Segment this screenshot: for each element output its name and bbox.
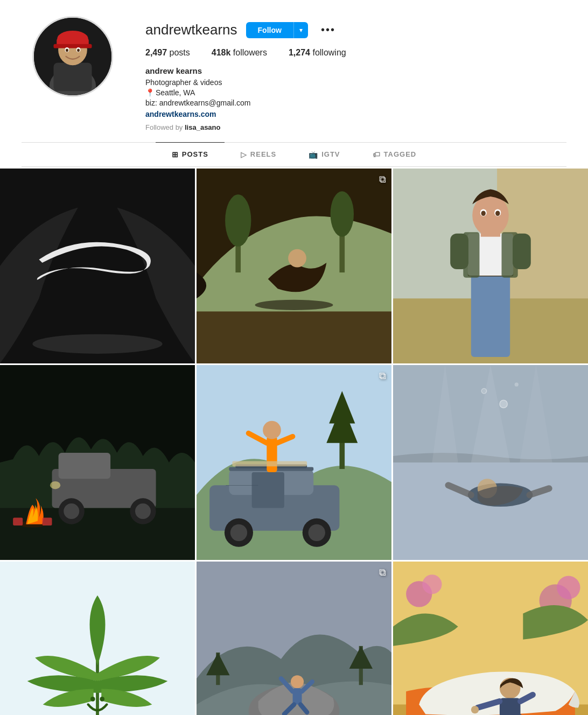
chevron-down-icon: ▾ <box>299 26 303 34</box>
grid-item-1[interactable]: ❤ 2.4k💬 18 <box>0 169 195 363</box>
following-count: 1,274 <box>289 48 310 57</box>
tab-igtv[interactable]: 📺 IGTV <box>292 142 356 166</box>
location-pin-icon: 📍 <box>145 88 155 97</box>
bio-website-link[interactable]: andrewtkearns.com <box>145 110 216 118</box>
followers-count: 418k <box>212 48 231 57</box>
posts-stat[interactable]: 2,497 posts <box>145 48 190 58</box>
posts-grid: ❤ 2.4k💬 18 ⧉ ❤ 5.1k💬 42 <box>0 167 588 715</box>
svg-rect-7 <box>53 44 92 48</box>
follow-dropdown-button[interactable]: ▾ <box>293 22 308 38</box>
follow-button[interactable]: Follow <box>246 22 293 38</box>
following-label: following <box>312 48 346 57</box>
followers-stat[interactable]: 418k followers <box>212 48 267 58</box>
followers-label: followers <box>233 48 267 57</box>
profile-top-row: andrewtkearns Follow ▾ ••• <box>145 22 566 38</box>
grid-item-4[interactable]: ❤ 3.8k💬 29 <box>0 365 195 560</box>
grid-item-5[interactable]: ⧉ ❤ 6.5k💬 55 <box>197 365 391 560</box>
svg-rect-2 <box>53 62 92 91</box>
igtv-tab-icon: 📺 <box>309 150 318 159</box>
svg-point-10 <box>66 48 68 52</box>
bio-location: 📍 Seattle, WA <box>145 88 566 97</box>
avatar-svg <box>34 16 111 95</box>
avatar-wrapper <box>32 16 113 97</box>
grid-item-2[interactable]: ⧉ ❤ 5.1k💬 42 <box>197 169 391 363</box>
profile-header: andrewtkearns Follow ▾ ••• 2,497 posts 4… <box>0 0 588 142</box>
reels-tab-icon: ▷ <box>241 150 247 159</box>
username: andrewtkearns <box>145 22 237 38</box>
grid-item-8[interactable]: ⧉ ❤ 7.3k💬 61 <box>197 562 391 715</box>
more-options-button[interactable]: ••• <box>317 22 340 38</box>
profile-info: andrewtkearns Follow ▾ ••• 2,497 posts 4… <box>145 16 566 131</box>
avatar <box>32 16 113 97</box>
posts-count: 2,497 <box>145 48 167 57</box>
reels-tab-label: REELS <box>250 150 276 158</box>
posts-tab-icon: ⊞ <box>172 150 179 159</box>
tagged-tab-icon: 🏷 <box>373 150 381 159</box>
profile-tabs: ⊞ POSTS ▷ REELS 📺 IGTV 🏷 TAGGED <box>22 143 566 167</box>
followed-by-label: Followed by <box>145 123 183 131</box>
followed-by: Followed by lisa_asano <box>145 123 566 131</box>
stats-row: 2,497 posts 418k followers 1,274 followi… <box>145 48 566 58</box>
tab-reels[interactable]: ▷ REELS <box>225 142 292 166</box>
posts-tab-label: POSTS <box>182 150 208 158</box>
grid-item-3[interactable]: ❤ 8.2k💬 67 <box>393 169 588 363</box>
bio-email: biz: andrewtkearns@gmail.com <box>145 97 566 109</box>
posts-label: posts <box>170 48 190 57</box>
grid-item-9[interactable]: ❤ 9.1k💬 74 <box>393 562 588 715</box>
bio-full-name: andrew kearns <box>145 66 566 75</box>
following-stat[interactable]: 1,274 following <box>289 48 346 58</box>
grid-item-6[interactable]: ❤ 4.2k💬 33 <box>393 365 588 560</box>
igtv-tab-label: IGTV <box>321 150 340 158</box>
follow-group: Follow ▾ <box>246 22 308 38</box>
bio-title: Photographer & videos <box>145 76 566 88</box>
tab-tagged[interactable]: 🏷 TAGGED <box>356 142 433 166</box>
location-text: Seattle, WA <box>156 88 195 97</box>
tagged-tab-label: TAGGED <box>384 150 417 158</box>
followed-by-username[interactable]: lisa_asano <box>185 123 221 131</box>
tab-posts[interactable]: ⊞ POSTS <box>156 142 225 166</box>
svg-point-11 <box>77 48 80 52</box>
grid-item-7[interactable]: ❤ 12k💬 98 <box>0 562 195 715</box>
